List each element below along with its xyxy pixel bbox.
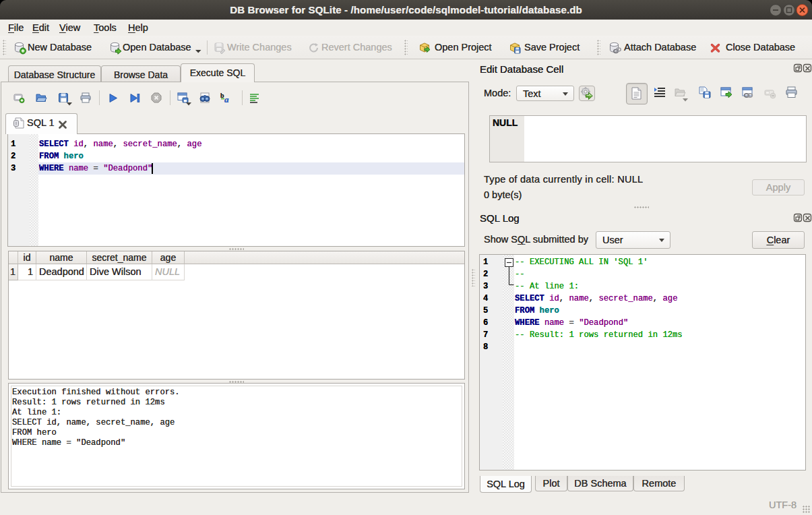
svg-text:a: a	[224, 94, 229, 104]
